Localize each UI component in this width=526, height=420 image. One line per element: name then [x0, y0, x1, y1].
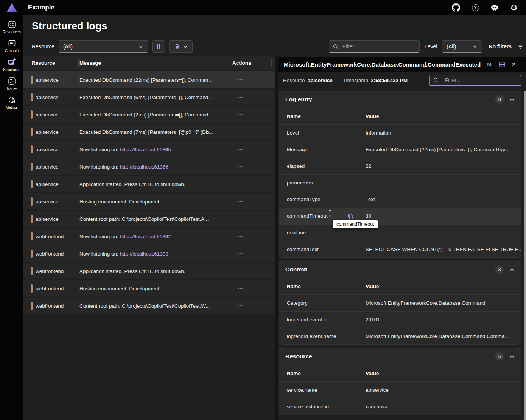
- sidebar: ResourcesConsoleStructuredTracesMetrics: [0, 15, 23, 420]
- property-row[interactable]: CategoryMicrosoft.EntityFrameworkCore.Da…: [279, 294, 521, 311]
- tooltip: commandTimeout: [333, 220, 378, 228]
- row-actions-button[interactable]: ⋯: [237, 302, 244, 309]
- log-table-row[interactable]: apiserviceExecuted DbCommand (7ms) [Para…: [23, 124, 275, 140]
- clear-logs-button[interactable]: [169, 40, 193, 53]
- property-row[interactable]: commandTypeText: [279, 191, 521, 208]
- log-row-message: Content root path: C:\projects\CopilotTe…: [79, 216, 226, 222]
- property-row[interactable]: logrecord.event.nameMicrosoft.EntityFram…: [279, 328, 521, 344]
- log-message-link[interactable]: https://localhost:61392: [120, 234, 171, 239]
- page-title: Structured logs: [32, 20, 107, 32]
- copilot-icon[interactable]: [490, 3, 499, 12]
- property-row[interactable]: elapsed22: [279, 158, 521, 174]
- sidebar-item-console[interactable]: Console: [0, 39, 23, 53]
- sidebar-item-traces[interactable]: Traces: [0, 76, 23, 91]
- property-row[interactable]: service.nameapiservice: [279, 381, 521, 398]
- property-row[interactable]: newLine: [279, 224, 521, 241]
- resource-color-bar: [31, 180, 33, 188]
- row-actions-button[interactable]: ⋯: [237, 285, 244, 291]
- log-message-link[interactable]: http://localhost:61393: [120, 251, 168, 257]
- log-table-row[interactable]: apiserviceExecuted DbCommand (2ms) [Para…: [23, 106, 275, 123]
- resource-color-bar: [31, 250, 33, 258]
- level-filter-select[interactable]: (All): [442, 40, 482, 53]
- log-table-row[interactable]: webfrontendNow listening on: http://loca…: [23, 245, 275, 262]
- sidebar-item-structured[interactable]: Structured: [0, 57, 23, 72]
- close-icon[interactable]: ✕: [512, 61, 516, 67]
- resource-color-bar: [31, 284, 33, 293]
- log-table-row[interactable]: apiserviceNow listening on: https://loca…: [23, 141, 275, 158]
- chevron-up-icon[interactable]: [509, 355, 515, 359]
- row-actions-button[interactable]: ⋯: [237, 163, 244, 170]
- chevron-up-icon[interactable]: [509, 98, 515, 102]
- log-table-row[interactable]: apiserviceContent root path: C:\projects…: [23, 211, 275, 227]
- property-row[interactable]: MessageExecuted DbCommand (22ms) [Parame…: [279, 141, 521, 158]
- property-row[interactable]: logrecord.event.id20101: [279, 311, 521, 328]
- column-divider: [357, 368, 357, 378]
- log-row-resource: apiservice: [23, 180, 79, 188]
- row-actions-button[interactable]: ⋯: [237, 146, 244, 152]
- details-resource-label: Resource: [283, 77, 305, 83]
- section-title: Resource: [285, 353, 312, 360]
- log-row-actions: ⋯: [226, 163, 275, 170]
- property-row[interactable]: LevelInformation: [279, 124, 521, 141]
- property-row[interactable]: service.instance.idxagchnva: [279, 398, 521, 415]
- log-table-row[interactable]: apiserviceHosting environment: Developme…: [23, 193, 275, 210]
- log-table-row[interactable]: webfrontendNow listening on: https://loc…: [23, 228, 275, 245]
- panel-resize-handle[interactable]: [275, 56, 278, 420]
- resource-color-bar: [31, 128, 33, 136]
- row-actions-button[interactable]: ⋯: [237, 181, 244, 187]
- row-actions-button[interactable]: ⋯: [237, 94, 244, 100]
- log-message-link[interactable]: http://localhost:61366: [120, 164, 168, 170]
- pause-button[interactable]: [152, 40, 165, 53]
- log-table-row[interactable]: apiserviceExecuted DbCommand (6ms) [Para…: [23, 89, 275, 105]
- row-actions-button[interactable]: ⋯: [237, 76, 244, 83]
- section-columns-header: NameValue: [279, 278, 521, 294]
- row-actions-button[interactable]: ⋯: [237, 198, 244, 205]
- property-name: commandType: [279, 197, 358, 202]
- text-caret: [442, 77, 442, 83]
- log-row-resource: apiservice: [23, 215, 79, 223]
- github-icon[interactable]: [451, 3, 461, 12]
- property-value: apiservice: [358, 387, 521, 393]
- log-table-row[interactable]: webfrontendApplication started. Press Ct…: [23, 263, 275, 279]
- structured-logs-table: Resource Message Actions apiserviceExecu…: [23, 56, 275, 420]
- sidebar-item-metrics[interactable]: Metrics: [0, 95, 23, 110]
- settings-icon[interactable]: ⚙: [509, 3, 518, 12]
- column-header-value: Value: [358, 284, 521, 289]
- row-actions-button[interactable]: ⋯: [237, 233, 244, 239]
- log-row-actions: ⋯: [226, 146, 275, 153]
- search-icon: [433, 77, 439, 83]
- resource-filter-select[interactable]: (All): [59, 40, 148, 53]
- row-actions-button[interactable]: ⋯: [237, 250, 244, 257]
- log-table-row[interactable]: apiserviceApplication started. Press Ctr…: [23, 176, 275, 192]
- row-actions-button[interactable]: ⋯: [237, 215, 244, 222]
- help-icon[interactable]: ?: [471, 3, 480, 12]
- details-scrollbar[interactable]: [524, 91, 526, 420]
- trash-icon: [174, 43, 180, 50]
- chevron-up-icon[interactable]: [509, 268, 515, 272]
- details-filter-input[interactable]: Filter...: [429, 75, 521, 86]
- logs-filter-input[interactable]: Filter...: [329, 40, 420, 53]
- row-actions-button[interactable]: ⋯: [237, 268, 244, 274]
- property-row[interactable]: commandTextSELECT CASE WHEN COUNT(*) = 0…: [279, 241, 521, 257]
- log-table-row[interactable]: webfrontendHosting environment: Developm…: [23, 280, 275, 297]
- property-row[interactable]: commandTimeout30commandTimeout: [279, 208, 521, 224]
- property-row[interactable]: parameters-: [279, 174, 521, 191]
- log-row-resource: apiservice: [23, 76, 79, 84]
- log-details-panel: Microsoft.EntityFrameworkCore.Database.C…: [278, 57, 526, 420]
- split-panel-icon[interactable]: [499, 61, 505, 68]
- copy-icon[interactable]: [347, 213, 353, 219]
- log-table-row[interactable]: webfrontendContent root path: C:\project…: [23, 298, 275, 314]
- log-row-actions: ⋯: [226, 94, 275, 101]
- log-table-row[interactable]: apiserviceNow listening on: http://local…: [23, 158, 275, 175]
- log-row-message: Hosting environment: Development: [79, 199, 226, 205]
- row-actions-button[interactable]: ⋯: [237, 129, 244, 135]
- property-name: Message: [279, 147, 358, 152]
- log-row-actions: ⋯: [226, 233, 275, 240]
- row-actions-button[interactable]: ⋯: [237, 111, 244, 118]
- log-message-link[interactable]: https://localhost:61365: [120, 147, 171, 152]
- sidebar-item-resources[interactable]: Resources: [0, 20, 23, 34]
- log-table-row[interactable]: apiserviceExecuted DbCommand (22ms) [Par…: [23, 71, 275, 88]
- app-header: Example ? ⚙: [0, 0, 526, 15]
- sidebar-item-label: Traces: [6, 87, 17, 91]
- filter-icon[interactable]: [517, 43, 524, 50]
